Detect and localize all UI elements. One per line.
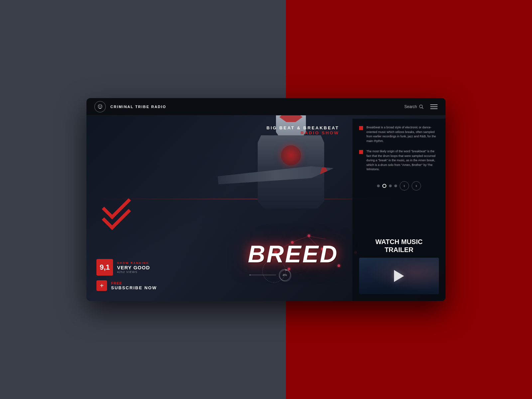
watch-title-line1: WATCH MUSIC xyxy=(375,238,423,245)
subscribe-label: SUBSCRIBE NOW xyxy=(111,285,157,290)
ranking-label: SHOW RANKING xyxy=(117,261,150,265)
svg-rect-4 xyxy=(100,108,100,109)
info-bullet-2 xyxy=(359,150,363,154)
info-block-2: The most likely origin of the word "brea… xyxy=(359,149,439,172)
bigbeat-line2: RADIO SHOW xyxy=(267,130,339,135)
right-panel: Breakbeat is a broad style of electronic… xyxy=(352,119,446,301)
ranking-views: 4252 VIEWS xyxy=(117,270,150,274)
brand-name: CRIMINAL TRIBE RADIO xyxy=(110,105,166,109)
main-content: BIG BEAT & BREAKBEAT RADIO SHOW BREED xyxy=(86,115,446,301)
dot-2-active[interactable] xyxy=(382,184,386,188)
info-block-1: Breakbeat is a broad style of electronic… xyxy=(359,125,439,143)
bigbeat-line1: BIG BEAT & BREAKBEAT xyxy=(267,125,339,130)
search-icon xyxy=(419,104,424,109)
svg-point-1 xyxy=(99,105,100,106)
dot-4[interactable] xyxy=(394,185,397,187)
watch-title-line2: TRAILER xyxy=(385,246,414,253)
search-button[interactable]: Search xyxy=(404,104,424,109)
plus-button[interactable]: + xyxy=(96,280,107,291)
subscribe-text: FREE SUBSCRIBE NOW xyxy=(111,281,157,290)
svg-point-8 xyxy=(280,270,291,281)
hamburger-menu[interactable] xyxy=(430,104,438,109)
circular-progress: 4% xyxy=(279,269,291,281)
pagination: ‹ › xyxy=(359,181,439,191)
breed-title: BREED xyxy=(248,240,338,268)
ranking-score: 9,1 xyxy=(96,259,113,276)
ranking-value: VERY GOOD xyxy=(117,265,150,270)
ranking-info: SHOW RANKING VERY GOOD 4252 VIEWS xyxy=(117,261,150,274)
info-text-1: Breakbeat is a broad style of electronic… xyxy=(366,125,439,143)
left-panel: 9,1 SHOW RANKING VERY GOOD 4252 VIEWS + … xyxy=(96,259,157,291)
svg-rect-5 xyxy=(100,108,101,109)
progress-area: 4% xyxy=(249,269,291,281)
hamburger-line xyxy=(430,106,438,107)
prev-arrow[interactable]: ‹ xyxy=(400,181,409,191)
header-right: Search xyxy=(404,104,438,109)
svg-point-2 xyxy=(100,105,101,106)
next-arrow[interactable]: › xyxy=(412,181,421,191)
svg-line-7 xyxy=(422,107,424,109)
play-button[interactable] xyxy=(394,270,404,282)
watch-music-trailer-title: WATCH MUSIC TRAILER xyxy=(359,238,439,254)
hamburger-line xyxy=(430,108,438,109)
progress-track xyxy=(249,275,276,275)
logo-circle xyxy=(94,101,106,112)
search-text: Search xyxy=(404,104,417,109)
svg-rect-3 xyxy=(99,108,100,109)
video-thumbnail[interactable] xyxy=(359,258,439,294)
progress-fill xyxy=(249,275,250,275)
info-bullet-1 xyxy=(359,126,363,130)
dot-3[interactable] xyxy=(389,185,392,187)
dot-1[interactable] xyxy=(377,185,380,187)
ranking-box: 9,1 SHOW RANKING VERY GOOD 4252 VIEWS xyxy=(96,259,157,276)
info-text-2: The most likely origin of the word "brea… xyxy=(366,149,439,172)
scroll-chevrons[interactable] xyxy=(103,198,130,219)
header: CRIMINAL TRIBE RADIO Search xyxy=(86,98,446,115)
subscribe-row: + FREE SUBSCRIBE NOW xyxy=(96,280,157,291)
svg-point-6 xyxy=(420,105,423,108)
hamburger-line xyxy=(430,104,438,105)
show-subtitle: BIG BEAT & BREAKBEAT RADIO SHOW xyxy=(267,125,339,135)
browser-window: CRIMINAL TRIBE RADIO Search xyxy=(86,98,446,301)
free-label: FREE xyxy=(111,281,157,285)
